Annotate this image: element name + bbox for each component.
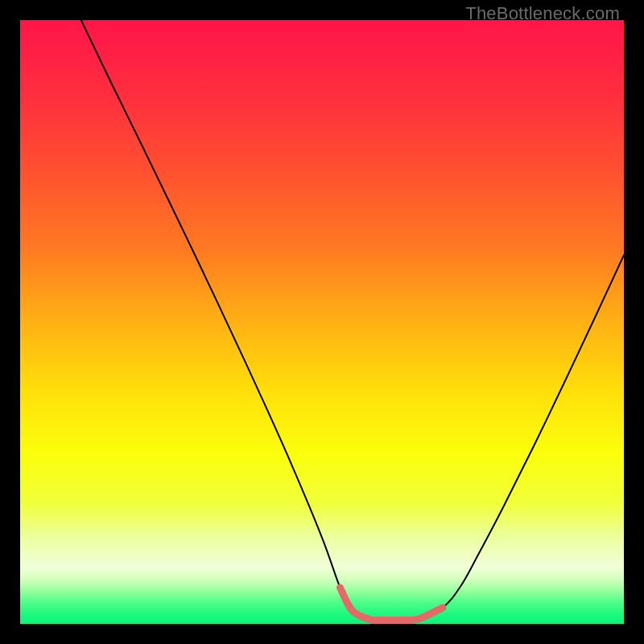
plot-area xyxy=(20,20,624,624)
chart-frame: TheBottleneck.com xyxy=(0,0,644,644)
bottleneck-minimum-highlight xyxy=(341,588,444,621)
curve-layer xyxy=(20,20,624,624)
watermark-text: TheBottleneck.com xyxy=(465,3,620,24)
bottleneck-curve xyxy=(81,20,624,621)
